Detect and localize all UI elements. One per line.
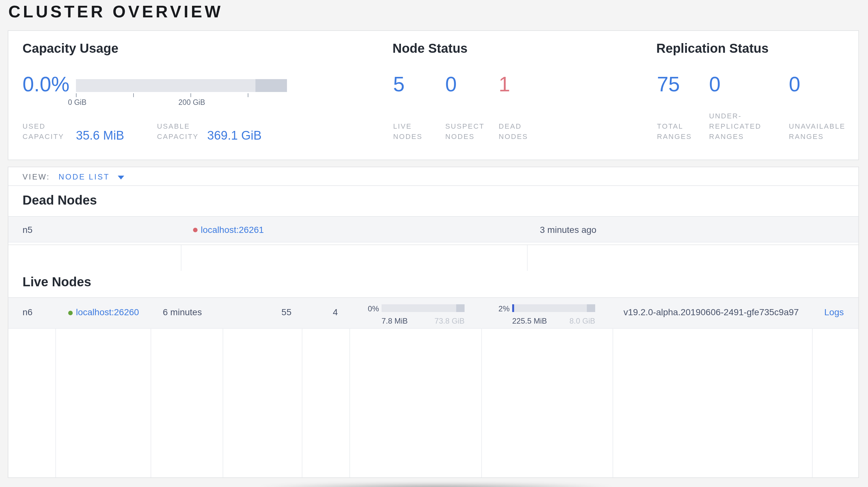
- mem-bar-fill: [512, 304, 514, 312]
- live-nodes-title: Live Nodes: [23, 275, 91, 290]
- capacity-total-value: 73.8 GiB: [435, 317, 465, 326]
- node-address-link[interactable]: localhost:26260: [76, 307, 139, 317]
- node-id: n6: [23, 307, 32, 317]
- unavailable-label: UNAVAILABLE RANGES: [789, 121, 845, 141]
- axis-tick: [248, 93, 248, 97]
- under-replicated-count: 0: [709, 72, 721, 97]
- axis-label-zero: 0 GiB: [68, 98, 87, 106]
- replicas-value: 55: [234, 307, 291, 317]
- cluster-overview-page: CLUSTER OVERVIEW Capacity Usage 0.0% 0 G…: [0, 0, 868, 487]
- view-bar: VIEW: NODE LIST: [8, 167, 858, 186]
- usable-capacity-value: 369.1 GiB: [207, 129, 261, 143]
- live-node-row: n6 localhost:26260 6 minutes 55 4 0% 7.8…: [8, 298, 858, 329]
- view-dropdown[interactable]: NODE LIST: [59, 172, 110, 182]
- total-ranges-label: TOTAL RANGES: [657, 121, 692, 141]
- live-status-dot-icon: [68, 311, 73, 315]
- logs-link[interactable]: Logs: [824, 307, 844, 317]
- replication-status-title: Replication Status: [656, 41, 769, 56]
- unavailable-count: 0: [789, 72, 800, 97]
- under-replicated-label: UNDER- REPLICATED RANGES: [709, 111, 762, 141]
- mem-percent: 2%: [473, 304, 509, 313]
- total-ranges-count: 75: [657, 72, 680, 97]
- live-nodes-count: 5: [393, 72, 405, 97]
- capacity-usage-title: Capacity Usage: [23, 41, 118, 56]
- dead-since-value: 3 minutes ago: [540, 225, 596, 235]
- axis-label-200: 200 GiB: [178, 98, 205, 106]
- version-value: v19.2.0-alpha.20190606-2491-gfe735c9a97: [623, 307, 799, 317]
- dead-nodes-table: ID▼ ADDRESS▼ DEAD SINCE▼ n5 localhost:26…: [8, 216, 858, 271]
- dead-status-dot-icon: [193, 228, 197, 232]
- used-capacity-value: 35.6 MiB: [76, 129, 124, 143]
- mem-usage-bar: [512, 304, 595, 312]
- node-id: n5: [23, 225, 32, 235]
- cpus-value: 4: [286, 307, 338, 317]
- axis-tick: [190, 93, 191, 97]
- view-label: VIEW:: [23, 172, 50, 182]
- live-nodes-label: LIVE NODES: [393, 121, 423, 141]
- page-title: CLUSTER OVERVIEW: [8, 2, 223, 22]
- uptime-value: 6 minutes: [163, 307, 202, 317]
- axis-tick: [76, 93, 76, 97]
- chevron-down-icon[interactable]: [118, 175, 124, 180]
- dead-nodes-count: 1: [499, 72, 510, 97]
- bottom-edge-shadow: [254, 483, 618, 487]
- used-capacity-label: USED CAPACITY: [23, 121, 64, 141]
- mem-labels: 225.5 MiB 8.0 GiB: [512, 317, 595, 326]
- live-nodes-table: ID▼ ADDRESS▼ UPTIME▼ REPLICAS▼ CPUS CAPA…: [8, 297, 858, 478]
- capacity-used-value: 7.8 MiB: [381, 317, 408, 326]
- capacity-labels: 7.8 MiB 73.8 GiB: [381, 317, 465, 326]
- dead-node-row: n5 localhost:26261 3 minutes ago: [8, 217, 858, 242]
- node-list-panel: VIEW: NODE LIST Dead Nodes ID▼ ADDRESS▼ …: [8, 167, 859, 478]
- suspect-nodes-label: SUSPECT NODES: [445, 121, 485, 141]
- suspect-nodes-count: 0: [445, 72, 457, 97]
- capacity-bar-spare-segment: [255, 79, 287, 92]
- node-status-title: Node Status: [393, 41, 467, 56]
- dead-nodes-title: Dead Nodes: [23, 193, 97, 208]
- mem-used-value: 225.5 MiB: [512, 317, 547, 326]
- capacity-usage-bar: [381, 304, 465, 312]
- capacity-usage-bar: [76, 79, 287, 92]
- mem-total-value: 8.0 GiB: [569, 317, 595, 326]
- axis-tick: [133, 93, 134, 97]
- capacity-usage-percent: 0.0%: [23, 72, 69, 97]
- mem-bar-spare-segment: [587, 304, 595, 312]
- usable-capacity-label: USABLE CAPACITY: [157, 121, 198, 141]
- dead-nodes-label: DEAD NODES: [499, 121, 528, 141]
- capacity-bar-spare-segment: [456, 304, 465, 312]
- capacity-percent: 0%: [343, 304, 379, 313]
- node-address-link[interactable]: localhost:26261: [201, 225, 264, 235]
- cluster-summary-panel: Capacity Usage 0.0% 0 GiB 200 GiB USED C…: [8, 30, 859, 160]
